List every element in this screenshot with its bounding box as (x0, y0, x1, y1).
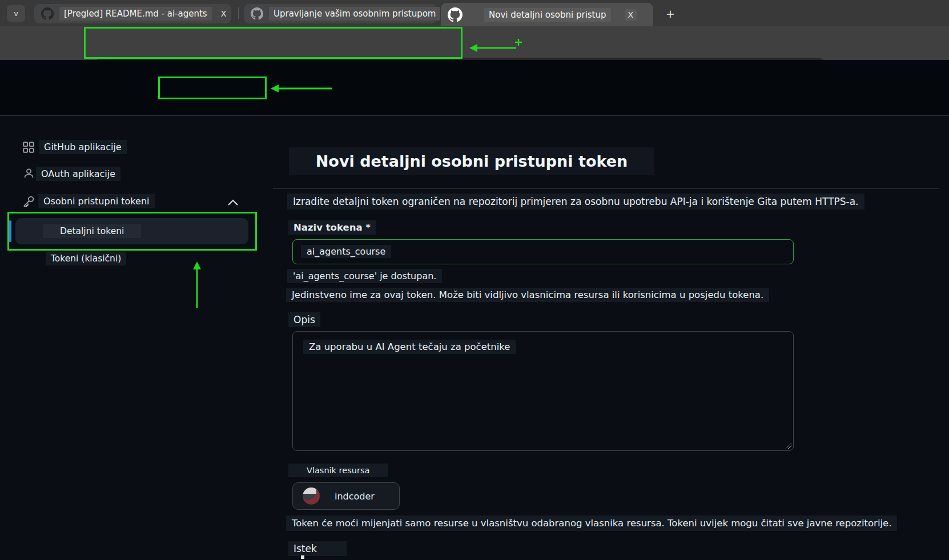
github-favicon (41, 7, 54, 20)
resource-owner-select[interactable]: indcoder (292, 482, 400, 510)
owner-avatar (303, 488, 320, 505)
description-textarea[interactable]: Za uporabu u AI Agent tečaju za početnik… (292, 331, 794, 451)
tab-readme[interactable]: [Pregled] README.md - ai-agents X (34, 4, 231, 23)
expiration-label: Istek (288, 541, 347, 556)
github-favicon (448, 7, 463, 22)
token-name-available-message: 'ai_agents_course' je dostupan. (287, 269, 442, 283)
page-title: Novi detaljni osobni pristupni token (316, 152, 628, 170)
token-name-label: Naziv tokena * (288, 220, 376, 235)
tab-access-management[interactable]: Upravljanje vašim osobnim pristupom X (244, 4, 437, 23)
token-name-help-text: Jedinstveno ime za ovaj token. Može biti… (286, 288, 769, 302)
resize-grip-icon[interactable] (785, 442, 791, 449)
title-divider (273, 188, 939, 189)
description-value: Za uporabu u AI Agent tečaju za početnik… (303, 340, 516, 354)
tab-title: [Pregled] README.md - ai-agents (59, 7, 212, 21)
apps-grid-icon (23, 142, 34, 153)
key-icon (23, 195, 35, 207)
annotation-box-url (84, 27, 463, 59)
sidebar-item-github-apps[interactable]: GitHub aplikacije (39, 140, 127, 154)
tab-actions-button[interactable]: v (7, 5, 25, 22)
annotation-arrow-up-sidebar (191, 261, 203, 311)
token-name-input[interactable]: ai_agents_course (292, 239, 794, 264)
resource-owner-note: Token će moći mijenjati samo resurse u v… (286, 515, 897, 531)
annotation-arrow-left-url (468, 38, 525, 54)
page-content: GitHub aplikacije OAuth aplikacije Osobn… (0, 116, 949, 560)
person-icon (23, 168, 34, 179)
annotation-arrow-left-breadcrumb (271, 83, 335, 94)
tab-title: Upravljanje vašim osobnim pristupom (269, 7, 440, 21)
github-favicon (251, 7, 263, 20)
tab-title: Novi detaljni osobni pristup (484, 8, 611, 22)
description-label: Opis (288, 312, 320, 327)
new-tab-button[interactable]: + (662, 6, 678, 22)
tab-divider (238, 7, 239, 19)
annotation-box-developer-settings (158, 76, 267, 99)
browser-window: v [Pregled] README.md - ai-agents X Upra… (0, 0, 949, 560)
chevron-up-icon[interactable] (227, 199, 239, 206)
tab-strip: v [Pregled] README.md - ai-agents X Upra… (0, 0, 949, 26)
sidebar-item-oauth-apps[interactable]: OAuth aplikacije (36, 167, 120, 181)
tab-close-icon[interactable]: X (625, 9, 637, 21)
sidebar-item-classic-tokens[interactable]: Tokeni (klasični) (46, 252, 126, 265)
annotation-box-fine-grained-tokens (7, 212, 257, 251)
resource-owner-label: Vlasnik resursa (288, 464, 388, 477)
sidebar-item-personal-access-tokens[interactable]: Osobni pristupni tokeni (38, 194, 155, 208)
intro-text: Izradite detaljni token ograničen na rep… (287, 194, 864, 210)
tab-close-icon[interactable]: X (218, 8, 230, 19)
expiration-cursor-sliver (301, 555, 304, 559)
owner-name: indcoder (327, 489, 383, 503)
token-name-value: ai_agents_course (301, 245, 391, 258)
page-title-box: Novi detaljni osobni pristupni token (289, 147, 654, 175)
github-header: Postavke / Postavke programera Q Tip / z… (0, 60, 949, 116)
tab-new-token-active[interactable]: Novi detaljni osobni pristup X (441, 3, 653, 26)
